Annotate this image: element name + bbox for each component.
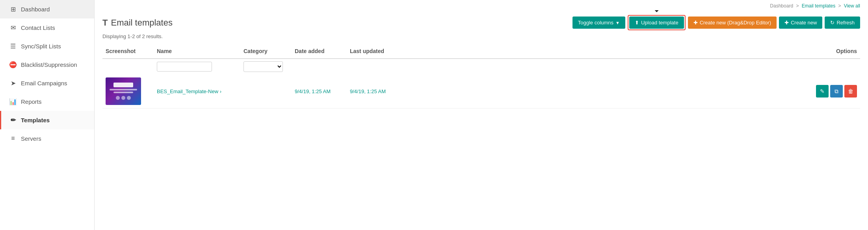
breadcrumb-section[interactable]: Email templates bbox=[802, 3, 835, 9]
plus-icon-create: ✚ bbox=[784, 20, 789, 26]
toolbar-buttons: Toggle columns ▼ Upload template ⬆ Uploa… bbox=[572, 15, 860, 30]
filter-screenshot-cell bbox=[102, 59, 154, 74]
col-header-options: Options bbox=[402, 44, 860, 59]
action-buttons: ✎ ⧉ 🗑 bbox=[405, 85, 857, 98]
sidebar-item-label: Email Campaigns bbox=[21, 80, 67, 86]
filter-options-cell bbox=[402, 59, 860, 74]
col-header-screenshot: Screenshot bbox=[102, 44, 154, 59]
dashboard-icon: ⊞ bbox=[9, 6, 17, 13]
filter-date-added-cell bbox=[292, 59, 347, 74]
servers-icon: ≡ bbox=[9, 135, 17, 142]
sidebar-item-label: Blacklist/Suppression bbox=[21, 61, 77, 68]
filter-last-updated-cell bbox=[347, 59, 402, 74]
edit-icon: ✎ bbox=[820, 88, 825, 94]
breadcrumb-sep2: > bbox=[838, 3, 841, 9]
result-count: Displaying 1-2 of 2 results. bbox=[102, 33, 860, 39]
create-new-dragdrop-label: Create new (Drag&Drop Editor) bbox=[700, 20, 771, 26]
table-row: BES_Email_Template-New › 9/4/19, 1:25 AM… bbox=[102, 74, 860, 109]
row-last-updated-cell: 9/4/19, 1:25 AM bbox=[347, 74, 402, 109]
page-title-text: Email templates bbox=[111, 18, 173, 28]
upload-template-button[interactable]: ⬆ Upload template bbox=[629, 17, 684, 29]
toggle-columns-button[interactable]: Toggle columns ▼ bbox=[572, 17, 625, 29]
col-header-date-added: Date added bbox=[292, 44, 347, 59]
thumb-icon2 bbox=[121, 96, 125, 100]
upload-template-label: Upload template bbox=[641, 20, 678, 26]
row-screenshot-cell bbox=[102, 74, 154, 109]
sidebar-item-label: Servers bbox=[21, 135, 41, 142]
template-name-link[interactable]: BES_Email_Template-New › bbox=[157, 88, 221, 94]
row-options-cell: ✎ ⧉ 🗑 bbox=[402, 74, 860, 109]
copy-icon: ⧉ bbox=[835, 88, 838, 95]
sidebar-item-servers[interactable]: ≡ Servers bbox=[0, 129, 94, 147]
sidebar-item-label: Contact Lists bbox=[21, 24, 55, 31]
sidebar-item-email-campaigns[interactable]: ➤ Email Campaigns bbox=[0, 74, 94, 92]
sidebar-item-label: Reports bbox=[21, 98, 42, 105]
sidebar-item-dashboard[interactable]: ⊞ Dashboard bbox=[0, 0, 94, 18]
create-new-button[interactable]: ✚ Create new bbox=[779, 17, 822, 29]
create-new-dragdrop-button[interactable]: ✚ Create new (Drag&Drop Editor) bbox=[688, 17, 777, 29]
upload-icon: ⬆ bbox=[635, 20, 639, 26]
filter-category-cell bbox=[240, 59, 292, 74]
sidebar-item-reports[interactable]: 📊 Reports bbox=[0, 92, 94, 111]
col-header-category: Category bbox=[240, 44, 292, 59]
sidebar-item-contact-lists[interactable]: ✉ Contact Lists bbox=[0, 18, 94, 37]
email-campaigns-icon: ➤ bbox=[9, 79, 17, 87]
title-icon: T bbox=[102, 18, 108, 28]
template-thumbnail bbox=[106, 77, 141, 105]
templates-table: Screenshot Name Category Date added Last… bbox=[102, 44, 860, 109]
trash-icon: 🗑 bbox=[848, 88, 853, 94]
toggle-columns-label: Toggle columns bbox=[578, 20, 613, 26]
chevron-down-icon: ▼ bbox=[615, 20, 620, 25]
page-header: T Email templates Toggle columns ▼ Uploa… bbox=[102, 10, 860, 33]
blacklist-icon: ⛔ bbox=[9, 61, 17, 68]
col-header-last-updated: Last updated bbox=[347, 44, 402, 59]
name-filter-input[interactable] bbox=[157, 62, 212, 72]
table-header-row: Screenshot Name Category Date added Last… bbox=[102, 44, 860, 59]
sidebar: ⊞ Dashboard ✉ Contact Lists ☰ Sync/Split… bbox=[0, 0, 95, 230]
templates-icon: ✏ bbox=[9, 116, 17, 124]
filter-name-cell bbox=[154, 59, 240, 74]
delete-button[interactable]: 🗑 bbox=[844, 85, 857, 98]
row-name-cell: BES_Email_Template-New › bbox=[154, 74, 240, 109]
refresh-label: Refresh bbox=[836, 20, 855, 26]
sidebar-item-label: Sync/Split Lists bbox=[21, 43, 61, 50]
sidebar-item-label: Dashboard bbox=[21, 6, 50, 13]
name-chevron-icon: › bbox=[220, 88, 221, 94]
table-filter-row bbox=[102, 59, 860, 74]
upload-highlight-box: Upload template ⬆ Upload template bbox=[628, 15, 686, 30]
breadcrumb-view-all[interactable]: View all bbox=[844, 3, 860, 9]
thumb-icon1 bbox=[116, 96, 120, 100]
row-category-cell bbox=[240, 74, 292, 109]
thumb-icons bbox=[116, 96, 131, 100]
main-content: Dashboard > Email templates > View all T… bbox=[95, 0, 868, 230]
sidebar-item-templates[interactable]: ✏ Templates bbox=[0, 111, 94, 129]
category-filter-select[interactable] bbox=[243, 61, 283, 72]
plus-icon-dragdrop: ✚ bbox=[693, 20, 698, 26]
breadcrumb: Dashboard > Email templates > View all bbox=[95, 0, 868, 10]
refresh-button[interactable]: ↻ Refresh bbox=[825, 17, 860, 29]
contact-lists-icon: ✉ bbox=[9, 24, 17, 31]
thumb-line2 bbox=[113, 92, 133, 93]
copy-button[interactable]: ⧉ bbox=[830, 85, 843, 98]
thumb-icon3 bbox=[127, 96, 131, 100]
refresh-icon: ↻ bbox=[830, 20, 835, 26]
page-title: T Email templates bbox=[102, 18, 173, 28]
edit-button[interactable]: ✎ bbox=[816, 85, 829, 98]
sync-split-icon: ☰ bbox=[9, 42, 17, 50]
sidebar-item-sync-split[interactable]: ☰ Sync/Split Lists bbox=[0, 37, 94, 55]
breadcrumb-dashboard[interactable]: Dashboard bbox=[770, 3, 793, 9]
sidebar-item-label: Templates bbox=[21, 117, 50, 123]
create-new-label: Create new bbox=[791, 20, 817, 26]
col-header-name: Name bbox=[154, 44, 240, 59]
thumb-line1 bbox=[110, 89, 137, 90]
content-area: T Email templates Toggle columns ▼ Uploa… bbox=[95, 10, 868, 230]
breadcrumb-sep1: > bbox=[796, 3, 799, 9]
reports-icon: 📊 bbox=[9, 98, 17, 105]
sidebar-item-blacklist[interactable]: ⛔ Blacklist/Suppression bbox=[0, 55, 94, 74]
upload-wrapper: Upload template ⬆ Upload template bbox=[629, 17, 684, 29]
row-date-added-cell: 9/4/19, 1:25 AM bbox=[292, 74, 347, 109]
thumb-logo bbox=[113, 83, 133, 87]
